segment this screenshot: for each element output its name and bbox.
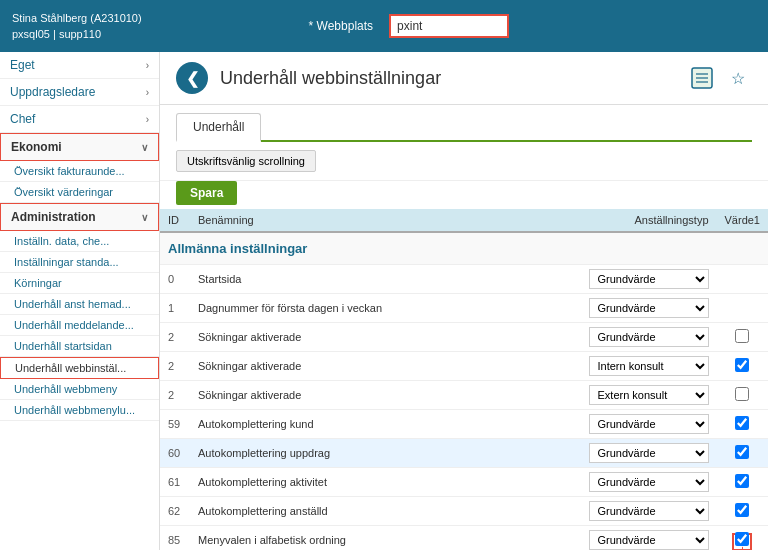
sidebar-item-uppdragsledare-label: Uppdragsledare: [10, 85, 95, 99]
website-label: * Webbplats: [309, 19, 373, 33]
sidebar-subitem-oversikt-fakturaunde[interactable]: Översikt fakturaunde...: [0, 161, 159, 182]
col-header-value: Värde1: [717, 209, 768, 232]
content-area: ❮ Underhåll webbinställningar ☆ Underhål…: [160, 52, 768, 550]
row-value-cell: [717, 410, 768, 439]
website-input[interactable]: [389, 14, 509, 38]
back-button[interactable]: ❮: [176, 62, 208, 94]
sidebar-subitem-korningar[interactable]: Körningar: [0, 273, 159, 294]
value-checkbox[interactable]: [735, 358, 749, 372]
section-title-row: Allmänna inställningar: [160, 232, 768, 265]
sidebar-item-eget-label: Eget: [10, 58, 35, 72]
type-select[interactable]: Grundvärde Intern konsult Extern konsult: [589, 385, 709, 405]
sidebar: Eget › Uppdragsledare › Chef › Ekonomi ∨…: [0, 52, 160, 550]
row-value-cell: [717, 352, 768, 381]
tabs-container: Underhåll: [176, 113, 752, 142]
row-id: 1: [160, 294, 190, 323]
sidebar-subitem-installningar-data[interactable]: Inställn. data, che...: [0, 231, 159, 252]
col-header-type: Anställningstyp: [581, 209, 717, 232]
user-name: Stina Ståhlberg (A231010): [12, 10, 142, 27]
row-value-cell: [717, 323, 768, 352]
sidebar-subitem-underhall-webbmenyla[interactable]: Underhåll webbmenylu...: [0, 400, 159, 421]
row-name: Dagnummer för första dagen i veckan: [190, 294, 581, 323]
value-checkbox[interactable]: [735, 445, 749, 459]
type-select[interactable]: Grundvärde: [589, 298, 709, 318]
row-name: Startsida: [190, 265, 581, 294]
row-type-cell: Grundvärde: [581, 294, 717, 323]
row-type-cell: Grundvärde: [581, 526, 717, 551]
type-select[interactable]: Grundvärde: [589, 501, 709, 521]
row-name: Autokomplettering uppdrag: [190, 439, 581, 468]
type-select[interactable]: Grundvärde Intern konsult Extern konsult: [589, 327, 709, 347]
row-type-cell: Grundvärde: [581, 497, 717, 526]
row-value-cell: [717, 497, 768, 526]
table-header: ID Benämning Anställningstyp Värde1: [160, 209, 768, 232]
sidebar-item-eget[interactable]: Eget ›: [0, 52, 159, 79]
row-name: Sökningar aktiverade: [190, 381, 581, 410]
section-title: Allmänna inställningar: [160, 232, 768, 265]
type-select[interactable]: Grundvärde: [589, 269, 709, 289]
arrow-indicator: ↓: [737, 539, 748, 550]
sidebar-subitem-underhall-meddelande[interactable]: Underhåll meddelande...: [0, 315, 159, 336]
row-name: Sökningar aktiverade: [190, 352, 581, 381]
row-id: 61: [160, 468, 190, 497]
content-header: ❮ Underhåll webbinställningar ☆: [160, 52, 768, 105]
save-button[interactable]: Spara: [176, 181, 237, 205]
row-id: 2: [160, 381, 190, 410]
value-checkbox[interactable]: [735, 503, 749, 517]
export-icon[interactable]: [688, 64, 716, 92]
table-row: 59 Autokomplettering kund Grundvärde: [160, 410, 768, 439]
type-select[interactable]: Grundvärde: [589, 472, 709, 492]
row-type-cell: Grundvärde Intern konsult Extern konsult: [581, 352, 717, 381]
sidebar-item-administration[interactable]: Administration ∨: [0, 203, 159, 231]
value-checkbox[interactable]: [735, 387, 749, 401]
row-type-cell: Grundvärde: [581, 410, 717, 439]
sidebar-item-ekonomi[interactable]: Ekonomi ∨: [0, 133, 159, 161]
row-value-cell: [717, 265, 768, 294]
table-row: 85 Menyvalen i alfabetisk ordning Grundv…: [160, 526, 768, 551]
table-row: 2 Sökningar aktiverade Grundvärde Intern…: [160, 323, 768, 352]
scroll-button[interactable]: Utskriftsvänlig scrollning: [176, 150, 316, 172]
type-select[interactable]: Grundvärde Intern konsult Extern konsult: [589, 356, 709, 376]
row-id: 0: [160, 265, 190, 294]
sidebar-subitem-underhall-anst[interactable]: Underhåll anst hemad...: [0, 294, 159, 315]
sidebar-item-ekonomi-label: Ekonomi: [11, 140, 62, 154]
settings-table: ID Benämning Anställningstyp Värde1 Allm…: [160, 209, 768, 550]
sidebar-subitem-underhall-startsidan[interactable]: Underhåll startsidan: [0, 336, 159, 357]
toolbar: Utskriftsvänlig scrollning: [160, 142, 768, 181]
sidebar-subitem-oversikt-varderingar[interactable]: Översikt värderingar: [0, 182, 159, 203]
row-value-cell: [717, 439, 768, 468]
row-type-cell: Grundvärde Intern konsult Extern konsult: [581, 323, 717, 352]
value-checkbox[interactable]: [735, 416, 749, 430]
table-row: 62 Autokomplettering anställd Grundvärde: [160, 497, 768, 526]
row-id: 59: [160, 410, 190, 439]
row-id: 2: [160, 352, 190, 381]
type-select[interactable]: Grundvärde: [589, 414, 709, 434]
table-row: 2 Sökningar aktiverade Grundvärde Intern…: [160, 352, 768, 381]
chevron-down-icon: ∨: [141, 142, 148, 153]
sidebar-subitem-underhall-webbinstal[interactable]: Underhåll webbinstäl...: [0, 357, 159, 379]
main-layout: Eget › Uppdragsledare › Chef › Ekonomi ∨…: [0, 52, 768, 550]
sidebar-item-chef[interactable]: Chef ›: [0, 106, 159, 133]
chevron-right-icon: ›: [146, 87, 149, 98]
chevron-right-icon: ›: [146, 114, 149, 125]
user-info: Stina Ståhlberg (A231010) pxsql05 | supp…: [12, 10, 142, 43]
value-checkbox[interactable]: [735, 474, 749, 488]
row-name: Autokomplettering kund: [190, 410, 581, 439]
chevron-down-icon: ∨: [141, 212, 148, 223]
row-value-cell: [717, 468, 768, 497]
type-select[interactable]: Grundvärde: [589, 530, 709, 550]
sidebar-item-uppdragsledare[interactable]: Uppdragsledare ›: [0, 79, 159, 106]
value-checkbox[interactable]: [735, 329, 749, 343]
table-row: 0 Startsida Grundvärde: [160, 265, 768, 294]
sidebar-subitem-underhall-webbmeny[interactable]: Underhåll webbmeny: [0, 379, 159, 400]
sidebar-item-administration-label: Administration: [11, 210, 96, 224]
sidebar-subitem-installningar-standa[interactable]: Inställningar standa...: [0, 252, 159, 273]
header-icons: ☆: [688, 64, 752, 92]
row-type-cell: Grundvärde Intern konsult Extern konsult: [581, 381, 717, 410]
tab-underhall[interactable]: Underhåll: [176, 113, 261, 142]
type-select[interactable]: Grundvärde: [589, 443, 709, 463]
row-type-cell: Grundvärde: [581, 468, 717, 497]
star-icon[interactable]: ☆: [724, 64, 752, 92]
row-id: 60: [160, 439, 190, 468]
table-row: 61 Autokomplettering aktivitet Grundvärd…: [160, 468, 768, 497]
